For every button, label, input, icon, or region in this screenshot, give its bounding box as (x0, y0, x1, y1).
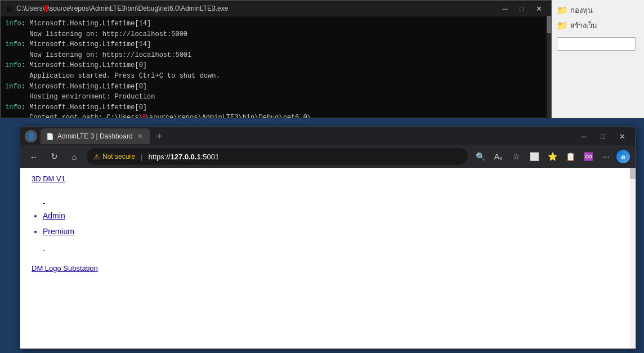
copilot-button[interactable]: ♾️ (580, 149, 596, 164)
cmd-scrollbar[interactable] (547, 16, 551, 119)
right-panel: 📁 กองทุน 📁 สร้างเว็บ (552, 0, 644, 118)
address-bar[interactable]: ⚠ Not secure | https://127.0.0.1:5001 (87, 148, 468, 165)
browser-content: 3D DM V1 Admin Premium DM Logo Substatio… (20, 168, 636, 348)
cmd-body: info: Microsoft.Hosting.Lifetime[14] Now… (1, 16, 551, 118)
browser-scrollbar-thumb (630, 168, 636, 179)
cmd-icon: 🖥 (5, 4, 13, 13)
cmd-window: 🖥 C:\Users\\source\repos\AdminLTE3\bin\D… (0, 0, 552, 118)
right-panel-input[interactable] (557, 37, 636, 51)
back-button[interactable]: ← (26, 149, 42, 164)
security-warning: ⚠ Not secure (93, 153, 135, 161)
cmd-maximize-button[interactable]: □ (514, 3, 530, 14)
list-item-empty-2 (43, 239, 619, 255)
browser-toolbar-icons: 🔍 Aₐ ☆ ⬜ ⭐ 📋 ♾️ ··· e (472, 149, 630, 164)
list-item-premium[interactable]: Premium (43, 224, 619, 239)
browser-close-button[interactable]: ✕ (613, 129, 631, 143)
folder-btn-2[interactable]: 📁 สร้างเว็บ (557, 20, 597, 32)
page-logo-area: 3D DM V1 (32, 175, 619, 183)
favorites-button[interactable]: ☆ (508, 149, 524, 164)
browser-titlebar: 👤 📄 AdminLTE 3 | Dashboard ✕ + ─ □ ✕ (20, 127, 636, 145)
folder-btn-1-label: กองทุน (570, 5, 593, 16)
browser-tab-area: 📄 AdminLTE 3 | Dashboard ✕ + (41, 128, 167, 144)
url-separator: | (141, 153, 142, 161)
home-button[interactable]: ⌂ (66, 149, 82, 164)
list-item-admin[interactable]: Admin (43, 208, 619, 224)
browser-maximize-button[interactable]: □ (594, 129, 612, 143)
tab-close-button[interactable]: ✕ (136, 132, 144, 140)
browser-page: 3D DM V1 Admin Premium DM Logo Substatio… (20, 168, 630, 348)
info-tag: info (5, 102, 21, 113)
reader-button[interactable]: Aₐ (490, 149, 506, 164)
cmd-title-left: 🖥 C:\Users\\source\repos\AdminLTE3\bin\D… (5, 4, 228, 13)
browser-title-left: 👤 📄 AdminLTE 3 | Dashboard ✕ + (25, 128, 167, 144)
cmd-line: info: Microsoft.Hosting.Lifetime[0] (5, 102, 547, 113)
cmd-title-text: C:\Users\\source\repos\AdminLTE3\bin\Deb… (16, 5, 228, 12)
tab-icon: 📄 (46, 133, 54, 140)
warning-icon: ⚠ (93, 153, 100, 161)
page-list: Admin Premium (32, 192, 619, 255)
more-button[interactable]: ··· (598, 149, 614, 164)
path-user-highlight (143, 114, 145, 118)
cmd-close-button[interactable]: ✕ (531, 3, 547, 14)
zoom-button[interactable]: 🔍 (472, 149, 488, 164)
page-logo-link[interactable]: 3D DM V1 (32, 175, 65, 183)
browser-tab[interactable]: 📄 AdminLTE 3 | Dashboard ✕ (41, 128, 150, 144)
url-host: 127.0.0.1 (170, 153, 200, 161)
cmd-line: Now listening on: http://localhost:5000 (5, 29, 547, 40)
cmd-line: info: Microsoft.Hosting.Lifetime[14] (5, 39, 547, 50)
bottom-logo-link[interactable]: DM Logo Substation (32, 264, 619, 272)
browser-window-controls: ─ □ ✕ (575, 129, 631, 143)
split-screen-button[interactable]: ⬜ (526, 149, 542, 164)
cmd-user-highlight (44, 5, 48, 12)
list-item-empty-1 (43, 192, 619, 208)
browser-window: 👤 📄 AdminLTE 3 | Dashboard ✕ + ─ □ ✕ ← ↻… (20, 127, 636, 349)
cmd-line: Hosting environment: Production (5, 92, 547, 102)
cmd-titlebar: 🖥 C:\Users\\source\repos\AdminLTE3\bin\D… (1, 1, 551, 16)
refresh-button[interactable]: ↻ (46, 149, 62, 164)
new-tab-button[interactable]: + (152, 129, 167, 144)
folder-btn-2-label: สร้างเว็บ (570, 20, 597, 32)
browser-minimize-button[interactable]: ─ (575, 129, 593, 143)
cmd-window-controls: ─ □ ✕ (497, 3, 547, 14)
folder-icon-1: 📁 (557, 5, 568, 16)
browser-avatar[interactable]: 👤 (25, 130, 37, 142)
collections-button[interactable]: 📋 (562, 149, 578, 164)
security-text: Not secure (102, 153, 135, 160)
info-tag: info (5, 60, 21, 71)
cmd-line: info: Microsoft.Hosting.Lifetime[14] (5, 19, 547, 29)
add-favorites-button[interactable]: ⭐ (544, 149, 560, 164)
browser-addressbar: ← ↻ ⌂ ⚠ Not secure | https://127.0.0.1:5… (20, 145, 636, 168)
url-text: https://127.0.0.1:5001 (148, 153, 219, 161)
info-tag: info (5, 19, 21, 29)
folder-btn-1[interactable]: 📁 กองทุน (557, 5, 593, 16)
cmd-scrollbar-thumb (547, 16, 551, 33)
tab-label: AdminLTE 3 | Dashboard (57, 132, 133, 140)
browser-scrollbar[interactable] (630, 168, 636, 348)
cmd-line: info: Microsoft.Hosting.Lifetime[0] (5, 82, 547, 92)
cmd-minimize-button[interactable]: ─ (497, 3, 513, 14)
cmd-line: info: Microsoft.Hosting.Lifetime[0] (5, 60, 547, 71)
folder-icon-2: 📁 (557, 20, 568, 31)
info-tag: info (5, 82, 21, 92)
bottom-logo-text: DM Logo Substation (32, 264, 98, 272)
avatar-icon: 👤 (27, 132, 35, 140)
cmd-line: Now listening on: https://localhost:5001 (5, 50, 547, 61)
cmd-line: Application started. Press Ctrl+C to shu… (5, 71, 547, 82)
info-tag: info (5, 39, 21, 50)
cmd-line: Content root path: C:\Users\\source\repo… (5, 113, 547, 118)
edge-logo: e (616, 150, 630, 163)
